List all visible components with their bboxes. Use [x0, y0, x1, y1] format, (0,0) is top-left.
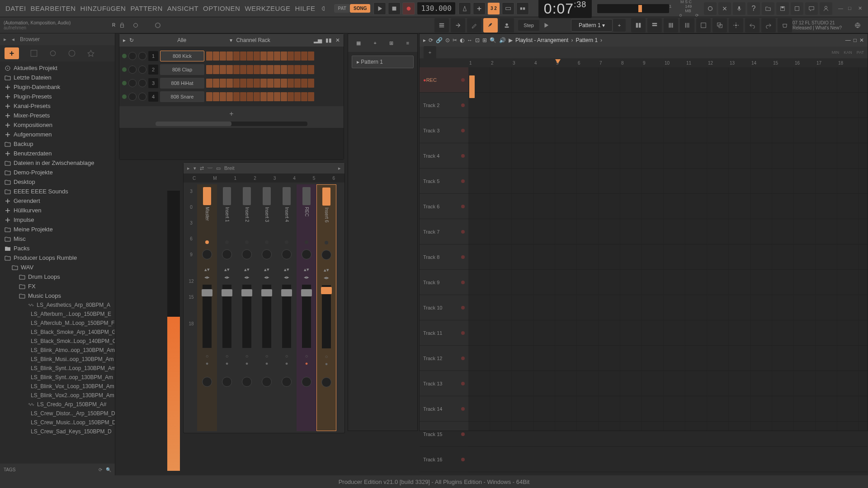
- step-button[interactable]: [233, 79, 240, 88]
- pl-zoom-icon[interactable]: 🔍: [490, 37, 496, 43]
- channel-name[interactable]: 808 Snare: [160, 91, 204, 102]
- tree-item[interactable]: Gerendert: [0, 196, 115, 206]
- channel-led[interactable]: [122, 81, 127, 85]
- strip-send[interactable]: [202, 377, 212, 387]
- view-mixer-icon[interactable]: [680, 18, 694, 33]
- strip-fader[interactable]: [301, 289, 312, 296]
- track-lane[interactable]: [468, 447, 868, 472]
- step-button[interactable]: [247, 79, 253, 88]
- rec-arm-icon[interactable]: ●: [325, 361, 328, 366]
- track-header[interactable]: Track 14: [420, 396, 468, 422]
- channel-name[interactable]: 808 HiHat: [160, 78, 204, 89]
- tree-item[interactable]: Plugin-Presets: [0, 92, 115, 101]
- tree-item[interactable]: Aktuelles Projekt: [0, 63, 115, 73]
- step-button[interactable]: [301, 92, 307, 101]
- step-button[interactable]: [240, 79, 246, 88]
- step-button[interactable]: [206, 92, 212, 101]
- track-header[interactable]: Track 10: [420, 295, 468, 320]
- step-button[interactable]: [240, 65, 246, 74]
- song-button[interactable]: SONG: [350, 4, 370, 13]
- mixer-strip[interactable]: Insert 1▴▾◂▸○●: [217, 184, 237, 431]
- tools-icon[interactable]: [718, 2, 731, 15]
- stereo-sep-icon[interactable]: ▴▾: [204, 267, 210, 272]
- menu-datei[interactable]: DATEI: [4, 5, 28, 12]
- fx-icon[interactable]: ○: [206, 353, 209, 359]
- tree-item[interactable]: Music Loops: [0, 291, 115, 300]
- step-button[interactable]: [308, 79, 314, 88]
- typing-kbd-icon[interactable]: [151, 19, 164, 32]
- tree-item[interactable]: WAV: [0, 263, 115, 272]
- strip-fader-track[interactable]: [302, 285, 311, 348]
- strip-fader[interactable]: [281, 289, 292, 296]
- step-button[interactable]: [206, 52, 212, 61]
- step-button[interactable]: [233, 92, 240, 101]
- stereo-sep-icon[interactable]: ▴▾: [264, 267, 269, 272]
- collapse-icon[interactable]: ▸: [4, 36, 6, 42]
- track-header[interactable]: Track 16: [420, 447, 468, 472]
- tags-search-icon[interactable]: 🔍: [106, 467, 111, 472]
- strip-fader-track[interactable]: [282, 285, 291, 348]
- menu-bearbeiten[interactable]: BEARBEITEN: [29, 5, 78, 12]
- step-button[interactable]: [226, 92, 233, 101]
- track-header[interactable]: ● REC: [420, 67, 468, 93]
- step-button[interactable]: [254, 65, 260, 74]
- step-button[interactable]: [247, 65, 253, 74]
- channel-num[interactable]: 4: [148, 92, 158, 102]
- channel-led[interactable]: [122, 94, 127, 99]
- globe-icon[interactable]: [851, 19, 864, 32]
- mixer-strip[interactable]: Master▴▾◂▸○●: [197, 184, 217, 431]
- pl-play2-icon[interactable]: ▶: [509, 37, 513, 43]
- tree-item[interactable]: Plugin-Datenbank: [0, 82, 115, 92]
- pp-h-icon[interactable]: ⊞: [389, 40, 393, 46]
- close-icon[interactable]: ✕: [858, 5, 864, 12]
- channel-num[interactable]: 3: [148, 78, 158, 88]
- track-mute-icon[interactable]: [461, 205, 465, 208]
- metronome-icon[interactable]: [458, 2, 471, 15]
- plugin-icon[interactable]: [729, 18, 743, 33]
- step-button[interactable]: [281, 92, 287, 101]
- mx-arrow-icon[interactable]: ▾: [193, 165, 196, 171]
- fx-icon[interactable]: ○: [245, 353, 249, 359]
- step-button[interactable]: [260, 79, 267, 88]
- strip-pan[interactable]: [222, 249, 232, 259]
- strip-send[interactable]: [262, 377, 272, 387]
- step-button[interactable]: [247, 92, 253, 101]
- pencil-icon[interactable]: [467, 18, 481, 33]
- tree-item[interactable]: LS_Black_Smoke_Arp_140BPM_G: [0, 328, 115, 337]
- swap-icon[interactable]: ◂▸: [244, 274, 250, 280]
- mixer-strip[interactable]: REC▴▾◂▸○●: [297, 184, 316, 431]
- pattern-selector[interactable]: Pattern 1 ▾: [571, 19, 613, 32]
- strip-fader[interactable]: [222, 289, 232, 296]
- mx-expand-icon[interactable]: ▸: [338, 165, 341, 171]
- tree-item[interactable]: Producer Loops Rumble: [0, 253, 115, 263]
- strip-handle[interactable]: [203, 187, 211, 205]
- tree-item[interactable]: Meine Projekte: [0, 225, 115, 234]
- account-icon[interactable]: [820, 2, 832, 15]
- step-button[interactable]: [233, 52, 240, 61]
- menu-optionen[interactable]: OPTIONEN: [201, 5, 242, 12]
- rec-arm-icon[interactable]: ●: [285, 361, 288, 366]
- track-mute-icon[interactable]: [461, 103, 465, 107]
- stop-button[interactable]: [388, 2, 401, 15]
- rec-arm-icon[interactable]: ●: [226, 361, 229, 366]
- step-button[interactable]: [274, 52, 280, 61]
- shop-icon[interactable]: [778, 18, 792, 33]
- track-header[interactable]: Track 2: [420, 93, 468, 118]
- cr-menu-icon[interactable]: ▾: [230, 37, 232, 43]
- strip-send[interactable]: [222, 377, 232, 387]
- step-button[interactable]: [226, 52, 233, 61]
- track-mute-icon[interactable]: [461, 154, 465, 158]
- undo2-icon[interactable]: [745, 18, 760, 33]
- track-lane[interactable]: [468, 118, 868, 143]
- tree-item[interactable]: LS_Afterburn_..Loop_150BPM_E: [0, 310, 115, 319]
- tree-item[interactable]: Mixer-Presets: [0, 111, 115, 120]
- track-mute-icon[interactable]: [461, 331, 465, 335]
- tree-item[interactable]: LS_Afterclub_M..Loop_150BPM_F: [0, 319, 115, 328]
- piano-roll-btn[interactable]: [451, 18, 465, 33]
- menu-pattern[interactable]: PATTERN: [128, 5, 164, 12]
- step-button[interactable]: [267, 79, 274, 88]
- step-button[interactable]: [281, 52, 287, 61]
- record-button[interactable]: [402, 2, 415, 15]
- stereo-sep-icon[interactable]: ▴▾: [324, 267, 329, 273]
- help-icon[interactable]: ?: [747, 2, 760, 15]
